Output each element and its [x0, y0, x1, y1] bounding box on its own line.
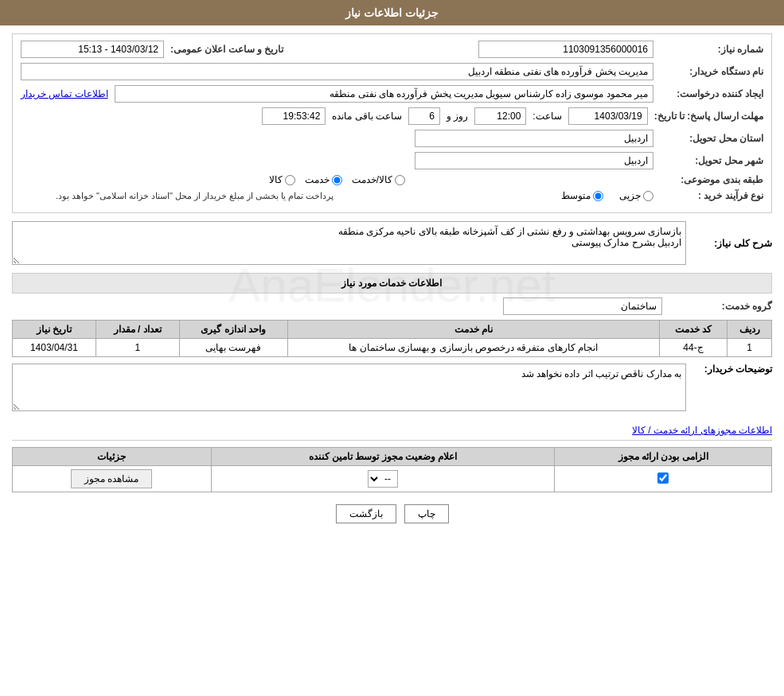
- city-value: اردبیل: [415, 152, 653, 169]
- radio-motavasset-label: متوسط: [561, 190, 591, 201]
- radio-jozii[interactable]: جزیی: [619, 190, 653, 201]
- service-group-value: ساختمان: [503, 297, 662, 315]
- permits-details-cell: مشاهده مجوز: [13, 466, 212, 492]
- col-header-code: کد خدمت: [659, 321, 727, 339]
- radio-kala[interactable]: کالا: [269, 174, 295, 185]
- buyer-org-value: مدیریت پخش فرآورده های نفتی منطقه اردبیل: [21, 63, 653, 80]
- requester-label: ایجاد کننده درخواست:: [660, 88, 763, 99]
- page-container: جزئیات اطلاعات نیاز AnaElender.net شماره…: [0, 0, 784, 696]
- row-deadline: مهلت ارسال پاسخ: تا تاریخ: 1403/03/19 سا…: [21, 107, 763, 125]
- need-number-label: شماره نیاز:: [660, 44, 763, 55]
- row-buyer-org: نام دستگاه خریدار: مدیریت پخش فرآورده ها…: [21, 63, 763, 80]
- contact-link[interactable]: اطلاعات تماس خریدار: [21, 88, 108, 99]
- radio-jozii-input[interactable]: [643, 191, 653, 201]
- permits-status-select[interactable]: --: [368, 470, 398, 488]
- deadline-time-label: ساعت:: [532, 111, 561, 122]
- process-note: پرداخت تمام یا بخشی از مبلغ خریدار از مح…: [21, 191, 334, 201]
- back-button[interactable]: بازگشت: [336, 504, 396, 523]
- permits-required-checkbox[interactable]: [657, 472, 669, 484]
- cell-code: ج-44: [659, 339, 727, 357]
- deadline-remaining: 19:53:42: [262, 107, 326, 125]
- radio-kala-khedmat-input[interactable]: [395, 175, 405, 185]
- permits-col-details: جزئیات: [13, 448, 212, 466]
- row-requester: ایجاد کننده درخواست: میر محمود موسوی زاد…: [21, 85, 763, 103]
- row-service-group: گروه خدمت: ساختمان: [12, 297, 772, 315]
- permits-col-status: اعلام وضعیت مجوز توسط تامین کننده: [211, 448, 555, 466]
- buttons-row: چاپ بازگشت: [12, 492, 772, 535]
- need-desc-section: شرح کلی نیاز: بازسازی سرویس بهداشتی و رف…: [12, 221, 772, 265]
- radio-kala-khedmat[interactable]: کالا/خدمت: [352, 174, 405, 185]
- radio-kala-khedmat-label: کالا/خدمت: [352, 174, 392, 185]
- content-area: AnaElender.net شماره نیاز: 1103091356000…: [0, 25, 784, 543]
- category-label: طبقه بندی موضوعی:: [660, 174, 763, 185]
- deadline-time: 12:00: [474, 107, 526, 125]
- permits-section: اطلاعات مجوزهای ارائه خدمت / کالا الزامی…: [12, 421, 772, 492]
- table-row: 1 ج-44 انجام کارهای متفرقه درخصوص بازساز…: [13, 339, 772, 357]
- top-info-section: شماره نیاز: 1103091356000016 تاریخ و ساع…: [12, 33, 772, 213]
- need-desc-label: شرح کلی نیاز:: [692, 238, 772, 249]
- deadline-remaining-label: ساعت باقی مانده: [332, 111, 402, 122]
- city-label: شهر محل تحویل:: [660, 155, 763, 166]
- services-section: اطلاعات خدمات مورد نیاز گروه خدمت: ساختم…: [12, 273, 772, 411]
- permits-table: الزامی بودن ارائه مجوز اعلام وضعیت مجوز …: [12, 447, 772, 492]
- col-header-name: نام خدمت: [287, 321, 659, 339]
- permits-section-link[interactable]: اطلاعات مجوزهای ارائه خدمت / کالا: [632, 425, 772, 436]
- radio-motavasset-input[interactable]: [593, 191, 603, 201]
- col-header-qty: تعداد / مقدار: [96, 321, 179, 339]
- province-label: استان محل تحویل:: [660, 133, 763, 144]
- requester-value: میر محمود موسوی زاده کارشناس سیویل مدیری…: [115, 85, 653, 103]
- cell-row: 1: [727, 339, 772, 357]
- row-process: نوع فرآیند خرید : جزیی متوسط پرداخت تمام…: [21, 190, 763, 201]
- services-title: اطلاعات خدمات مورد نیاز: [12, 273, 772, 294]
- view-permit-button[interactable]: مشاهده مجوز: [71, 469, 152, 488]
- row-need-number: شماره نیاز: 1103091356000016 تاریخ و ساع…: [21, 41, 763, 58]
- col-header-date: تاریخ نیاز: [13, 321, 96, 339]
- radio-kala-input[interactable]: [285, 175, 295, 185]
- buyer-notes-area: توضیحات خریدار: به مدارک ناقص ترتیب اثر …: [12, 364, 772, 411]
- deadline-days: 6: [408, 107, 440, 125]
- permits-col-required: الزامی بودن ارائه مجوز: [555, 448, 772, 466]
- cell-date: 1403/04/31: [13, 339, 96, 357]
- province-value: اردبیل: [415, 130, 653, 147]
- announce-datetime-value: 1403/03/12 - 15:13: [21, 41, 164, 58]
- buyer-notes-label: توضیحات خریدار:: [692, 364, 772, 375]
- permits-section-title: اطلاعات مجوزهای ارائه خدمت / کالا: [12, 421, 772, 441]
- col-header-unit: واحد اندازه گیری: [179, 321, 287, 339]
- permits-row: -- مشاهده مجوز: [13, 466, 772, 492]
- deadline-label: مهلت ارسال پاسخ: تا تاریخ:: [654, 111, 763, 122]
- radio-motavasset[interactable]: متوسط: [561, 190, 603, 201]
- need-number-value: 1103091356000016: [478, 41, 653, 58]
- radio-kala-label: کالا: [269, 174, 283, 185]
- radio-jozii-label: جزیی: [619, 190, 641, 201]
- service-group-label: گروه خدمت:: [669, 301, 772, 312]
- deadline-date: 1403/03/19: [568, 107, 648, 125]
- row-category: طبقه بندی موضوعی: کالا/خدمت خدمت کالا: [21, 174, 763, 185]
- page-header: جزئیات اطلاعات نیاز: [0, 0, 784, 25]
- announce-datetime-label: تاریخ و ساعت اعلان عمومی:: [170, 44, 283, 55]
- services-table: ردیف کد خدمت نام خدمت واحد اندازه گیری ت…: [12, 320, 772, 357]
- category-radio-group: کالا/خدمت خدمت کالا: [21, 174, 653, 185]
- radio-khedmat[interactable]: خدمت: [305, 174, 342, 185]
- print-button[interactable]: چاپ: [404, 504, 449, 523]
- page-title: جزئیات اطلاعات نیاز: [345, 6, 439, 19]
- buyer-org-label: نام دستگاه خریدار:: [660, 66, 763, 77]
- row-city: شهر محل تحویل: اردبیل: [21, 152, 763, 169]
- cell-unit: فهرست بهایی: [179, 339, 287, 357]
- process-label: نوع فرآیند خرید :: [660, 190, 763, 201]
- process-radio-group: جزیی متوسط: [341, 190, 654, 201]
- cell-qty: 1: [96, 339, 179, 357]
- buyer-notes-textarea[interactable]: به مدارک ناقص ترتیب اثر داده نخواهد شد: [12, 364, 686, 411]
- radio-khedmat-input[interactable]: [332, 175, 342, 185]
- need-desc-row: شرح کلی نیاز: بازسازی سرویس بهداشتی و رف…: [12, 221, 772, 265]
- permits-required-cell: [555, 466, 772, 492]
- cell-name: انجام کارهای متفرقه درخصوص بازسازی و بهس…: [287, 339, 659, 357]
- row-province: استان محل تحویل: اردبیل: [21, 130, 763, 147]
- need-desc-textarea[interactable]: بازسازی سرویس بهداشتی و رفع نشتی از کف آ…: [12, 221, 686, 265]
- deadline-days-label: روز و: [447, 111, 468, 122]
- permits-status-cell: --: [211, 466, 555, 492]
- radio-khedmat-label: خدمت: [305, 174, 330, 185]
- col-header-row: ردیف: [727, 321, 772, 339]
